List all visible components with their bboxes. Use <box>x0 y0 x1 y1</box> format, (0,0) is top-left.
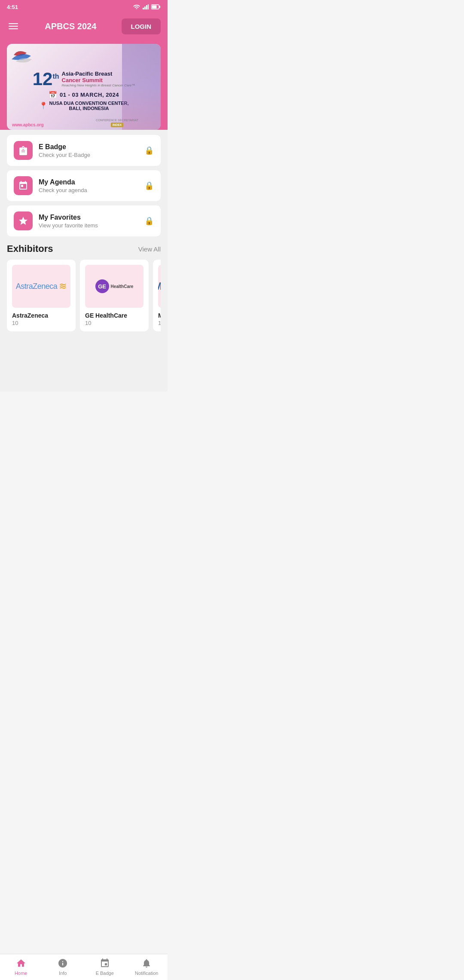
battery-icon <box>151 4 161 9</box>
main-content: E Badge Check your E-Badge 🔒 My Agenda C… <box>0 130 168 392</box>
favorites-lock: 🔒 <box>144 216 154 226</box>
secretariat-badge: CONFERENCE SECRETARIAT INDEX <box>96 119 138 127</box>
banner-decoration <box>122 44 161 130</box>
agenda-lock: 🔒 <box>144 181 154 190</box>
badge-icon-box <box>14 141 33 160</box>
ebadge-lock: 🔒 <box>144 146 154 155</box>
banner-logo-row: 12th Asia-Pacific Breast Cancer Summit R… <box>33 70 135 88</box>
msd-count: 1 <box>158 320 161 326</box>
svg-rect-0 <box>143 8 144 9</box>
exhibitor-card-astrazeneca[interactable]: AstraZeneca ≋ AstraZeneca 10 <box>7 260 76 331</box>
status-bar: 4:51 <box>0 0 168 14</box>
banner-ribbon <box>9 46 37 70</box>
ge-name: GE HealthCare <box>85 312 143 319</box>
header-title: APBCS 2024 <box>45 21 96 31</box>
astrazeneca-logo: AstraZeneca ≋ <box>16 281 67 292</box>
edition-number: 12th <box>33 70 59 88</box>
banner-date-row: 📅 01 - 03 MARCH, 2024 <box>49 91 119 99</box>
exhibitor-card-ge[interactable]: GE HealthCare GE HealthCare 10 <box>80 260 149 331</box>
favorites-title: My Favorites <box>39 214 138 221</box>
exhibitors-title: Exhibitors <box>7 243 53 254</box>
svg-rect-2 <box>146 5 147 9</box>
svg-rect-3 <box>148 4 149 9</box>
banner-date: 01 - 03 MARCH, 2024 <box>60 92 119 98</box>
ebadge-subtitle: Check your E-Badge <box>39 152 138 158</box>
msd-logo-box: MSD <box>158 265 161 308</box>
header: APBCS 2024 LOGIN <box>0 14 168 39</box>
ebadge-title: E Badge <box>39 143 138 151</box>
agenda-icon-box <box>14 176 33 195</box>
badge-icon <box>18 145 28 156</box>
calendar-icon: 📅 <box>49 91 57 99</box>
agenda-title: My Agenda <box>39 178 138 186</box>
index-logo: INDEX <box>111 122 123 127</box>
astrazeneca-name: AstraZeneca <box>12 312 70 319</box>
location-icon: 📍 <box>39 101 48 110</box>
svg-rect-5 <box>152 6 157 9</box>
astrazeneca-count: 10 <box>12 320 70 326</box>
ge-logo: GE HealthCare <box>95 279 134 293</box>
status-icons <box>133 4 161 9</box>
menu-button[interactable] <box>7 21 20 31</box>
banner-location-row: 📍 NUSA DUA CONVENTION CENTER,BALI, INDON… <box>39 101 129 111</box>
ge-logo-box: GE HealthCare <box>85 265 143 308</box>
login-button[interactable]: LOGIN <box>122 18 161 34</box>
agenda-text: My Agenda Check your agenda <box>39 178 138 193</box>
status-time: 4:51 <box>7 4 18 10</box>
exhibitors-section-header: Exhibitors View All <box>7 243 161 254</box>
banner-location: NUSA DUA CONVENTION CENTER,BALI, INDONES… <box>49 101 129 111</box>
signal-icon <box>143 4 149 9</box>
exhibitor-card-msd[interactable]: MSD MSD 1 <box>153 260 161 331</box>
banner-section: 12th Asia-Pacific Breast Cancer Summit R… <box>0 39 168 130</box>
ge-text: HealthCare <box>111 284 134 289</box>
svg-rect-1 <box>144 6 146 9</box>
star-icon <box>18 216 28 226</box>
agenda-item[interactable]: My Agenda Check your agenda 🔒 <box>7 170 161 201</box>
ge-count: 10 <box>85 320 143 326</box>
agenda-subtitle: Check your agenda <box>39 187 138 193</box>
astrazeneca-logo-box: AstraZeneca ≋ <box>12 265 70 308</box>
favorites-icon-box <box>14 211 33 230</box>
favorites-text: My Favorites View your favorite items <box>39 214 138 229</box>
msd-name: MSD <box>158 312 161 319</box>
exhibitors-row: AstraZeneca ≋ AstraZeneca 10 GE HealthCa… <box>7 260 161 335</box>
svg-rect-6 <box>159 6 161 8</box>
ge-circle: GE <box>95 279 109 293</box>
agenda-icon <box>18 181 28 191</box>
msd-logo: MSD <box>158 280 161 292</box>
favorites-item[interactable]: My Favorites View your favorite items 🔒 <box>7 205 161 236</box>
banner-website: www.apbcs.org <box>12 122 44 127</box>
view-all-button[interactable]: View All <box>138 245 161 253</box>
wifi-icon <box>133 4 140 9</box>
conference-banner: 12th Asia-Pacific Breast Cancer Summit R… <box>7 44 161 130</box>
favorites-subtitle: View your favorite items <box>39 222 138 229</box>
ebadge-item[interactable]: E Badge Check your E-Badge 🔒 <box>7 135 161 166</box>
ebadge-text: E Badge Check your E-Badge <box>39 143 138 158</box>
